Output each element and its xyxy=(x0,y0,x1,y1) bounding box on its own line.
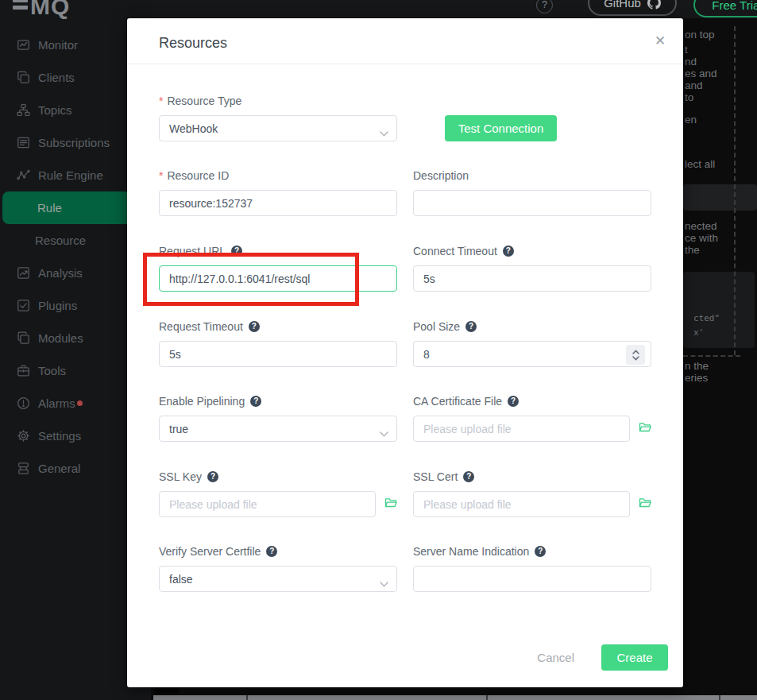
pool-size-input[interactable] xyxy=(414,342,651,366)
sidebar-item-rule[interactable]: Rule xyxy=(2,191,135,224)
row-resource-type: * Resource Type WebHook Test Connection xyxy=(159,95,651,141)
background-text-fragment: the xyxy=(685,244,700,256)
dashed-border-vertical xyxy=(734,26,736,355)
enable-pipelining-select[interactable]: true xyxy=(159,416,397,442)
request-url-label: Request URL ? xyxy=(159,245,397,257)
folder-open-icon[interactable] xyxy=(639,421,651,436)
request-url-input[interactable] xyxy=(160,266,396,291)
subscriptions-icon xyxy=(17,136,30,149)
help-icon[interactable]: ? xyxy=(266,546,277,557)
help-icon[interactable]: ? xyxy=(536,0,553,14)
row-verify-certfile: Verify Server Certfile ? false Server Na… xyxy=(159,545,651,592)
ssl-key-input[interactable] xyxy=(160,492,375,516)
background-text-fragment: lect all xyxy=(685,158,715,170)
chevron-down-icon xyxy=(380,126,388,139)
help-icon[interactable]: ? xyxy=(207,471,218,482)
sidebar-item-label: Rule xyxy=(37,201,62,215)
sidebar-item-label: Analysis xyxy=(38,266,83,280)
row-ssl: SSL Key ? SSL Cert ? xyxy=(159,470,651,517)
sidebar-item-label: Topics xyxy=(38,103,72,117)
request-timeout-input[interactable] xyxy=(160,342,396,366)
background-code-line: x' xyxy=(693,327,704,338)
background-button xyxy=(683,184,757,211)
request-url-field: Request URL ? xyxy=(159,245,397,292)
pool-size-field: Pool Size ? xyxy=(413,320,651,367)
background-text-fragment: nd xyxy=(685,56,697,68)
help-icon[interactable]: ? xyxy=(465,321,477,332)
ssl-cert-label: SSL Cert ? xyxy=(413,470,651,482)
github-button[interactable]: GitHub xyxy=(588,0,677,16)
required-asterisk: * xyxy=(159,95,163,107)
general-icon xyxy=(17,462,30,475)
close-icon[interactable]: ✕ xyxy=(653,34,667,48)
server-name-indication-field: Server Name Indication ? xyxy=(413,545,651,592)
free-trial-button[interactable]: Free Trial xyxy=(693,0,757,17)
request-timeout-field: Request Timeout ? xyxy=(159,320,397,367)
row-request-url: Request URL ? Connect Timeout ? xyxy=(159,245,651,292)
test-connection-button[interactable]: Test Connection xyxy=(445,115,557,141)
background-text-fragment: ce with xyxy=(685,232,718,244)
ca-certificate-file-input[interactable] xyxy=(414,416,629,441)
row-request-timeout: Request Timeout ? Pool Size ? xyxy=(159,320,651,367)
folder-open-icon[interactable] xyxy=(639,497,651,512)
background-text-fragment: and xyxy=(685,79,703,91)
server-name-indication-label: Server Name Indication ? xyxy=(413,545,651,557)
resource-type-field: * Resource Type WebHook xyxy=(159,95,397,141)
free-trial-label: Free Trial xyxy=(712,0,757,12)
help-icon[interactable]: ? xyxy=(463,471,474,482)
row-enable-pipelining: Enable Pipelining ? true CA Certificate … xyxy=(159,395,651,442)
analysis-icon xyxy=(17,266,30,280)
folder-open-icon[interactable] xyxy=(384,497,397,512)
modal-title: Resources xyxy=(159,35,227,52)
sidebar-item-label: Monitor xyxy=(38,38,78,52)
monitor-icon xyxy=(17,38,30,52)
create-button[interactable]: Create xyxy=(601,644,668,671)
rule-engine-icon xyxy=(17,168,30,182)
row-resource-id: * Resource ID Description xyxy=(159,169,651,216)
sidebar-item-label: Modules xyxy=(38,331,83,345)
modal-header-divider xyxy=(127,64,683,64)
description-label: Description xyxy=(413,169,651,181)
pool-size-label: Pool Size ? xyxy=(413,320,651,332)
help-icon[interactable]: ? xyxy=(231,246,242,257)
background-text-fragment: eries xyxy=(685,372,708,384)
server-name-indication-input[interactable] xyxy=(414,567,651,591)
sidebar-item-label: Rule Engine xyxy=(38,168,103,182)
sidebar-item-label: Alarms xyxy=(38,396,75,410)
help-icon[interactable]: ? xyxy=(508,396,519,407)
connect-timeout-input[interactable] xyxy=(414,266,651,291)
verify-server-certfile-select[interactable]: false xyxy=(159,566,397,592)
quantity-stepper[interactable] xyxy=(626,345,645,365)
cancel-button[interactable]: Cancel xyxy=(537,651,574,664)
request-timeout-label: Request Timeout ? xyxy=(159,320,397,332)
background-code-block: cted"x' xyxy=(683,272,755,348)
connect-timeout-field: Connect Timeout ? xyxy=(413,245,651,292)
ssl-key-label: SSL Key ? xyxy=(159,470,397,482)
help-icon[interactable]: ? xyxy=(535,546,546,557)
chevron-down-icon xyxy=(380,427,388,439)
background-text-fragment: n the xyxy=(685,360,709,372)
dashed-border-horizontal xyxy=(683,355,740,357)
resources-modal: Resources ✕ * Resource Type WebHook Test… xyxy=(127,18,683,687)
sidebar-item-label: Clients xyxy=(38,71,75,84)
stepper-down-icon xyxy=(632,356,639,361)
help-icon[interactable]: ? xyxy=(250,396,261,407)
chevron-down-icon xyxy=(380,577,388,590)
verify-server-certfile-field: Verify Server Certfile ? false xyxy=(159,545,397,592)
app-logo[interactable]: MQ xyxy=(13,0,70,20)
modules-icon xyxy=(17,331,30,345)
sidebar-item-label: Subscriptions xyxy=(38,136,110,149)
modal-footer: Cancel Create xyxy=(537,644,668,671)
background-text-fragment: on top xyxy=(685,29,715,41)
description-input[interactable] xyxy=(414,191,651,215)
github-octocat-icon xyxy=(647,0,661,10)
ssl-cert-input[interactable] xyxy=(414,492,629,516)
settings-icon xyxy=(17,429,30,443)
background-text-fragment: es and xyxy=(685,68,717,79)
resource-type-select[interactable]: WebHook xyxy=(159,115,397,141)
app-root: ? GitHub Free Trial MQ MonitorClientsTop… xyxy=(0,0,757,700)
help-icon[interactable]: ? xyxy=(249,321,260,332)
sidebar-item-label: Plugins xyxy=(38,299,77,312)
resource-id-input[interactable] xyxy=(160,191,396,215)
help-icon[interactable]: ? xyxy=(503,246,514,257)
